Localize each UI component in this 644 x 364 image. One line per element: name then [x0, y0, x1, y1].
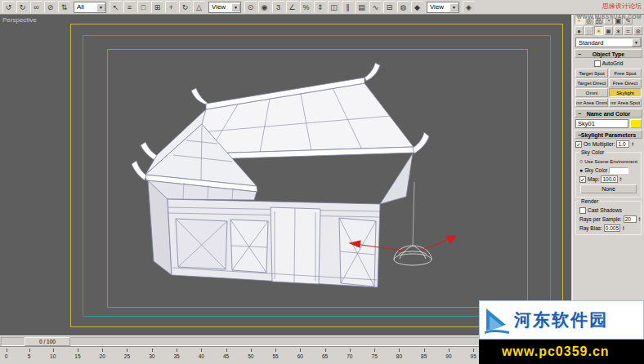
- site-logo-url: www.pc0359.cn: [479, 340, 644, 364]
- redo-icon[interactable]: ↻: [16, 1, 29, 13]
- frame-tick: 90: [445, 348, 451, 359]
- object-color-swatch[interactable]: [630, 119, 642, 128]
- multiplier-spinner[interactable]: [631, 142, 637, 147]
- frame-tick: 15: [74, 348, 80, 359]
- select-and-link-icon[interactable]: ∞: [30, 1, 42, 13]
- selection-filter-dropdown[interactable]: All: [74, 2, 106, 13]
- dropdown-value: View: [212, 3, 230, 11]
- sky-color-group: Sky Color ○ Use Scene Environment ● Sky …: [575, 152, 642, 198]
- forum-watermark: 思缘设计论坛: [602, 2, 642, 11]
- select-and-manipulate-icon[interactable]: ◉: [258, 1, 271, 13]
- cast-shadows-checkbox[interactable]: [579, 207, 586, 214]
- shapes-category-icon[interactable]: ◌: [584, 26, 593, 35]
- sky-color-label: Sky Color: [584, 167, 607, 173]
- map-checkbox[interactable]: ✓: [579, 176, 586, 183]
- use-pivot-center-icon[interactable]: ⊙: [244, 1, 257, 13]
- map-amount-field[interactable]: 100.0: [601, 175, 617, 183]
- time-slider-button[interactable]: 0 / 100: [25, 337, 70, 346]
- render-scene-icon[interactable]: ◆: [411, 1, 423, 13]
- helpers-category-icon[interactable]: ∗: [614, 26, 623, 35]
- curve-editor-icon[interactable]: ∿: [369, 1, 382, 13]
- reference-coordinate-dropdown[interactable]: View: [208, 2, 241, 13]
- mr-area-spot-button[interactable]: mr Area Spot: [609, 98, 642, 107]
- align-icon[interactable]: ∥: [342, 1, 354, 13]
- main-toolbar: ↺↻∞⊘⇅All↖≡□⊞+↻△View⊙◉3∠%⇕◫∥▤∿⊟◍◆View◈: [0, 0, 644, 15]
- dropdown-value: View: [430, 3, 448, 11]
- viewport-label: Perspective: [2, 16, 37, 24]
- render-group-title: Render: [579, 198, 600, 204]
- unlink-selection-icon[interactable]: ⊘: [44, 1, 56, 13]
- rays-per-sample-field[interactable]: 20: [624, 215, 637, 223]
- ray-bias-spinner[interactable]: [622, 226, 628, 231]
- on-label: On: [584, 141, 591, 147]
- frame-tick: 10: [50, 348, 56, 359]
- lights-category-icon[interactable]: ☀: [594, 26, 603, 35]
- house-wireframe[interactable]: [132, 63, 429, 287]
- skylight-parameters-rollout-header[interactable]: Skylight Parameters: [575, 130, 642, 139]
- on-checkbox[interactable]: ✓: [575, 141, 582, 148]
- select-and-rotate-icon[interactable]: ↻: [179, 1, 191, 13]
- select-by-name-icon[interactable]: ≡: [123, 1, 136, 13]
- sky-color-group-title: Sky Color: [579, 149, 606, 155]
- autogrid-checkbox[interactable]: [594, 60, 601, 67]
- frame-tick: 0: [4, 348, 8, 359]
- sky-color-swatch[interactable]: [609, 167, 628, 174]
- layer-manager-icon[interactable]: ▤: [356, 1, 368, 13]
- select-and-scale-icon[interactable]: △: [193, 1, 205, 13]
- light-class-dropdown[interactable]: Standard: [575, 38, 642, 47]
- mr-area-omni-button[interactable]: mr Area Omni: [575, 98, 608, 107]
- omni-button[interactable]: Omni: [575, 88, 608, 97]
- percent-snap-icon[interactable]: %: [300, 1, 312, 13]
- material-editor-icon[interactable]: ◍: [397, 1, 409, 13]
- light-type-buttons: Target SpotFree SpotTarget DirectFree Di…: [575, 69, 642, 107]
- multiplier-field[interactable]: 1.0: [616, 140, 629, 148]
- geometry-category-icon[interactable]: ●: [575, 26, 584, 35]
- pc0359-logo-icon: [483, 304, 511, 335]
- object-type-rollout-header[interactable]: Object Type: [575, 49, 642, 58]
- schematic-view-icon[interactable]: ⊟: [383, 1, 396, 13]
- target-direct-button[interactable]: Target Direct: [575, 78, 608, 87]
- use-scene-environment-label: Use Scene Environment: [584, 159, 637, 164]
- ray-bias-field[interactable]: 0.005: [604, 224, 620, 232]
- object-name-input[interactable]: Sky01: [575, 119, 628, 128]
- use-scene-environment-radio[interactable]: ○: [579, 158, 583, 165]
- rays-per-sample-label: Rays per Sample:: [579, 216, 622, 222]
- quick-render-icon[interactable]: ◈: [463, 1, 475, 13]
- rectangular-selection-region-icon[interactable]: □: [137, 1, 150, 13]
- frame-tick: 35: [173, 348, 179, 359]
- target-spot-button[interactable]: Target Spot: [575, 69, 608, 78]
- select-object-icon[interactable]: ↖: [110, 1, 122, 13]
- frame-tick: 40: [199, 348, 204, 359]
- ray-bias-label: Ray Bias:: [579, 225, 602, 231]
- sky-color-radio[interactable]: ●: [579, 167, 583, 174]
- snap-toggle-3d-icon[interactable]: 3: [272, 1, 284, 13]
- frame-tick: 50: [248, 348, 253, 359]
- frame-tick: 80: [396, 348, 402, 359]
- frame-tick: 30: [149, 348, 154, 359]
- 3dsmax-window: ↺↻∞⊘⇅All↖≡□⊞+↻△View⊙◉3∠%⇕◫∥▤∿⊟◍◆View◈ Pe…: [0, 0, 644, 364]
- frame-tick: 85: [421, 348, 427, 359]
- rays-per-sample-spinner[interactable]: [638, 217, 641, 222]
- map-label: Map:: [588, 176, 599, 182]
- window-crossing-icon[interactable]: ⊞: [151, 1, 163, 13]
- viewport-canvas[interactable]: Perspective: [0, 15, 571, 335]
- mirror-icon[interactable]: ◫: [328, 1, 340, 13]
- space-warps-category-icon[interactable]: ≈: [624, 26, 633, 35]
- dropdown-value: All: [77, 3, 95, 11]
- cameras-category-icon[interactable]: ◙: [604, 26, 613, 35]
- free-direct-button[interactable]: Free Direct: [609, 78, 642, 87]
- select-and-move-icon[interactable]: +: [165, 1, 177, 13]
- map-none-button[interactable]: None: [580, 184, 637, 193]
- light-class-value: Standard: [579, 39, 632, 47]
- name-color-rollout-header[interactable]: Name and Color: [575, 109, 642, 118]
- undo-icon[interactable]: ↺: [2, 1, 15, 13]
- systems-category-icon[interactable]: ⊛: [633, 26, 642, 35]
- bind-to-space-warp-icon[interactable]: ⇅: [58, 1, 70, 13]
- map-amount-spinner[interactable]: [619, 177, 625, 182]
- free-spot-button[interactable]: Free Spot: [609, 69, 642, 78]
- angle-snap-icon[interactable]: ∠: [286, 1, 298, 13]
- render-type-dropdown[interactable]: View: [427, 2, 459, 13]
- skylight-button[interactable]: Skylight: [609, 88, 642, 97]
- light-category-row: ●◌☀◙∗≈⊛: [573, 25, 644, 36]
- spinner-snap-icon[interactable]: ⇕: [314, 1, 326, 13]
